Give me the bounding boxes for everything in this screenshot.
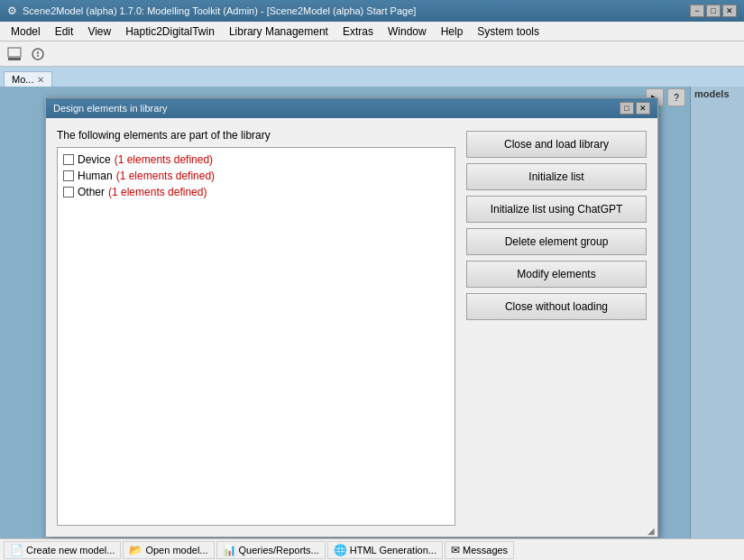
dialog-close-btn[interactable]: ✕ <box>636 102 650 115</box>
window-controls: − □ ✕ <box>690 5 737 17</box>
other-count: (1 elements defined) <box>108 186 207 198</box>
dialog-title: Design elements in library <box>53 103 168 114</box>
window-minimize-btn[interactable]: − <box>690 5 704 17</box>
human-label: Human <box>78 170 113 182</box>
status-create-model[interactable]: 📄 Create new model... <box>4 541 121 559</box>
initialize-list-btn[interactable]: Initialize list <box>466 163 647 190</box>
queries-icon: 📊 <box>223 544 236 556</box>
tab-close-btn[interactable]: ✕ <box>37 75 44 85</box>
menu-systemtools[interactable]: System tools <box>470 23 547 40</box>
dialog-content: The following elements are part of the l… <box>46 118 657 537</box>
toolbar-btn-2[interactable] <box>27 44 49 64</box>
menu-library[interactable]: Library Management <box>222 23 335 40</box>
help-btn[interactable]: ? <box>667 88 685 106</box>
modify-elements-btn[interactable]: Modify elements <box>466 261 647 288</box>
design-elements-dialog: Design elements in library □ ✕ The follo… <box>45 97 658 537</box>
other-label: Other <box>78 186 105 198</box>
menu-help[interactable]: Help <box>434 23 471 40</box>
menu-haptic[interactable]: Haptic2DigitalTwin <box>118 23 222 40</box>
list-label: The following elements are part of the l… <box>57 129 455 142</box>
checkbox-other[interactable] <box>63 187 74 197</box>
list-item-human[interactable]: Human (1 elements defined) <box>61 168 451 184</box>
app-icon: ⚙ <box>7 5 17 17</box>
button-panel: Close and load library Initialize list I… <box>466 129 647 526</box>
close-and-load-btn[interactable]: Close and load library <box>466 131 647 158</box>
menu-view[interactable]: View <box>80 23 118 40</box>
toolbar-btn-1[interactable] <box>4 44 25 64</box>
tab-bar: Mo... ✕ <box>0 67 744 87</box>
dialog-title-bar: Design elements in library □ ✕ <box>46 98 657 118</box>
status-messages-label: Messages <box>463 545 508 555</box>
title-bar: ⚙ Scene2Model (alpha) 1.7.0: Modelling T… <box>0 0 744 22</box>
tab-label: Mo... <box>12 74 33 85</box>
list-item-device[interactable]: Device (1 elements defined) <box>61 151 451 168</box>
elements-listbox[interactable]: Device (1 elements defined) Human (1 ele… <box>57 147 455 526</box>
html-gen-icon: 🌐 <box>334 544 347 556</box>
models-panel-label: models <box>691 87 744 101</box>
status-bar: 📄 Create new model... 📂 Open model... 📊 … <box>0 538 744 560</box>
messages-icon: ✉ <box>451 544 460 556</box>
svg-rect-0 <box>8 48 21 57</box>
close-without-loading-btn[interactable]: Close without loading <box>466 293 647 320</box>
window-title: Scene2Model (alpha) 1.7.0: Modelling Too… <box>23 5 416 16</box>
list-panel: The following elements are part of the l… <box>57 129 455 526</box>
svg-rect-1 <box>8 58 21 60</box>
initialize-chatgpt-btn[interactable]: Initialize list using ChatGPT <box>466 196 647 223</box>
right-models-panel: models <box>690 87 744 538</box>
dialog-controls: □ ✕ <box>620 102 650 115</box>
tab-main[interactable]: Mo... ✕ <box>4 71 52 87</box>
status-html-gen-label: HTML Generation... <box>350 545 436 555</box>
human-count: (1 elements defined) <box>116 170 215 182</box>
checkbox-device[interactable] <box>63 154 74 165</box>
create-model-icon: 📄 <box>10 544 23 556</box>
status-queries-label: Queries/Reports... <box>239 545 319 555</box>
open-model-icon: 📂 <box>129 544 142 556</box>
status-html-gen[interactable]: 🌐 HTML Generation... <box>327 541 443 559</box>
main-content: models ▶ ? Design elements in library □ … <box>0 87 744 538</box>
delete-element-group-btn[interactable]: Delete element group <box>466 228 647 255</box>
menu-model[interactable]: Model <box>4 23 48 40</box>
status-queries[interactable]: 📊 Queries/Reports... <box>216 541 326 559</box>
window-maximize-btn[interactable]: □ <box>706 5 721 17</box>
menu-extras[interactable]: Extras <box>335 23 381 40</box>
window-close-btn[interactable]: ✕ <box>722 5 737 17</box>
menu-window[interactable]: Window <box>381 23 434 40</box>
list-item-other[interactable]: Other (1 elements defined) <box>61 184 451 200</box>
resize-handle[interactable]: ◢ <box>646 525 657 536</box>
checkbox-human[interactable] <box>63 170 74 181</box>
dialog-maximize-btn[interactable]: □ <box>620 102 634 115</box>
status-open-model-label: Open model... <box>145 545 207 555</box>
status-create-model-label: Create new model... <box>26 545 115 555</box>
device-label: Device <box>78 153 111 166</box>
menu-edit[interactable]: Edit <box>48 23 81 40</box>
status-open-model[interactable]: 📂 Open model... <box>123 541 214 559</box>
device-count: (1 elements defined) <box>115 153 213 166</box>
toolbar <box>0 41 744 67</box>
svg-point-4 <box>37 55 39 57</box>
status-messages[interactable]: ✉ Messages <box>445 541 514 559</box>
menu-bar: Model Edit View Haptic2DigitalTwin Libra… <box>0 22 744 41</box>
